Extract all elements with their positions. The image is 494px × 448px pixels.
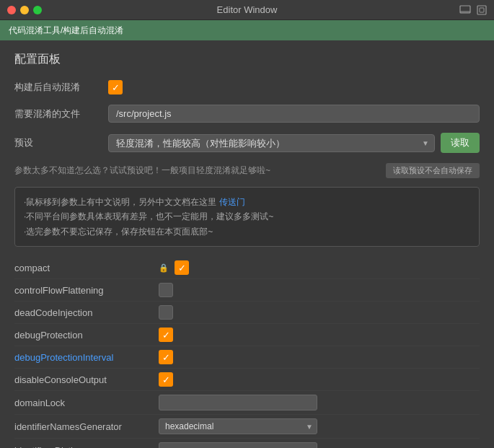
param-name-dpi: debugProtectionInterval bbox=[14, 352, 159, 363]
compact-checkbox[interactable]: ✓ bbox=[175, 260, 189, 275]
svg-rect-3 bbox=[480, 8, 484, 12]
info-line-1: ·鼠标移到参数上有中文说明，另外中文文档在这里 传送门 bbox=[24, 195, 470, 209]
dp-check-icon: ✓ bbox=[162, 330, 170, 340]
preset-row: 预设 轻度混淆，性能较高（对性能影响较小） 中度混淆 高度混淆 ▼ 读取 bbox=[14, 133, 480, 153]
preset-select[interactable]: 轻度混淆，性能较高（对性能影响较小） 中度混淆 高度混淆 bbox=[108, 134, 435, 152]
cff-checkbox[interactable] bbox=[159, 283, 173, 297]
dpi-checkbox[interactable]: ✓ bbox=[159, 350, 173, 364]
param-name-dl: domainLock bbox=[14, 398, 159, 408]
param-row-dci: deadCodeInjection bbox=[14, 302, 480, 324]
param-row-cff: controlFlowFlattening bbox=[14, 279, 480, 302]
param-row-dp: debugProtection ✓ bbox=[14, 324, 480, 346]
param-name-id: identifiersDictionary bbox=[14, 445, 159, 448]
auto-obfuscate-label: 构建后自动混淆 bbox=[14, 81, 108, 94]
close-button[interactable] bbox=[7, 6, 16, 14]
minimize-button[interactable] bbox=[20, 6, 29, 14]
param-control-dci bbox=[159, 305, 480, 320]
auto-obfuscate-control: ✓ bbox=[108, 80, 480, 95]
files-row: 需要混淆的文件 bbox=[14, 105, 480, 123]
ing-select[interactable]: hexadecimal mangled dictionary bbox=[159, 418, 317, 434]
param-control-ing: hexadecimal mangled dictionary ▼ bbox=[159, 418, 480, 434]
param-name-dp: debugProtection bbox=[14, 330, 159, 341]
ing-select-wrapper: hexadecimal mangled dictionary ▼ bbox=[159, 418, 317, 434]
breadcrumb: 代码混淆工具/构建后自动混淆 bbox=[9, 25, 123, 37]
svg-rect-1 bbox=[460, 11, 470, 13]
svg-rect-2 bbox=[477, 6, 486, 14]
dco-checkbox[interactable]: ✓ bbox=[159, 372, 173, 387]
maximize-button[interactable] bbox=[33, 6, 42, 14]
hint-row: 参数太多不知道怎么选？试试预设吧！一般项目轻度混淆就足够啦~ 读取预设不会自动保… bbox=[14, 163, 480, 178]
files-input[interactable] bbox=[108, 105, 480, 123]
info-line-3: ·选完参数不要忘记保存，保存按钮在本页面底部~ bbox=[24, 224, 470, 239]
window-title: Editor Window bbox=[217, 4, 278, 15]
dp-checkbox[interactable]: ✓ bbox=[159, 328, 173, 342]
param-control-compact: 🔒 ✓ bbox=[159, 260, 480, 275]
breadcrumb-bar: 代码混淆工具/构建后自动混淆 bbox=[0, 20, 494, 40]
preset-label: 预设 bbox=[14, 136, 108, 149]
info-line-2: ·不同平台间参数具体表现有差异，也不一定能用，建议多多测试~ bbox=[24, 209, 470, 224]
files-label: 需要混淆的文件 bbox=[14, 107, 108, 120]
hint-button[interactable]: 读取预设不会自动保存 bbox=[386, 163, 480, 178]
param-name-compact: compact bbox=[14, 263, 159, 273]
domain-lock-input[interactable] bbox=[159, 395, 317, 410]
files-control bbox=[108, 105, 480, 123]
param-control-dl bbox=[159, 395, 480, 410]
window-icon-2[interactable] bbox=[477, 5, 487, 15]
preset-select-wrapper: 轻度混淆，性能较高（对性能影响较小） 中度混淆 高度混淆 ▼ bbox=[108, 134, 435, 152]
param-row-compact: compact 🔒 ✓ bbox=[14, 257, 480, 279]
param-control-dp: ✓ bbox=[159, 328, 480, 342]
param-control-dpi: ✓ bbox=[159, 350, 480, 364]
dco-check-icon: ✓ bbox=[162, 375, 170, 385]
compact-check-icon: ✓ bbox=[178, 263, 186, 273]
main-content: 配置面板 构建后自动混淆 ✓ 需要混淆的文件 预设 轻度混淆，性能较高（对性能影… bbox=[0, 40, 494, 448]
param-name-dco: disableConsoleOutput bbox=[14, 374, 159, 385]
param-row-dco: disableConsoleOutput ✓ bbox=[14, 369, 480, 391]
titlebar: Editor Window bbox=[0, 0, 494, 20]
param-control-dco: ✓ bbox=[159, 372, 480, 387]
auto-obfuscate-row: 构建后自动混淆 ✓ bbox=[14, 80, 480, 95]
dci-checkbox[interactable] bbox=[159, 305, 173, 320]
section-title: 配置面板 bbox=[14, 52, 480, 67]
lock-icon-compact: 🔒 bbox=[159, 263, 169, 273]
window-icon-1[interactable] bbox=[459, 5, 471, 15]
hint-text: 参数太多不知道怎么选？试试预设吧！一般项目轻度混淆就足够啦~ bbox=[14, 164, 270, 177]
param-row-dpi: debugProtectionInterval ✓ bbox=[14, 346, 480, 369]
param-name-cff: controlFlowFlattening bbox=[14, 285, 159, 296]
dpi-check-icon: ✓ bbox=[162, 353, 170, 362]
param-row-ing: identifierNamesGenerator hexadecimal man… bbox=[14, 415, 480, 439]
preset-control: 轻度混淆，性能较高（对性能影响较小） 中度混淆 高度混淆 ▼ 读取 bbox=[108, 133, 480, 153]
param-name-ing: identifierNamesGenerator bbox=[14, 421, 159, 432]
params-section: compact 🔒 ✓ controlFlowFlattening deadCo… bbox=[14, 257, 480, 448]
auto-obfuscate-checkbox[interactable]: ✓ bbox=[108, 80, 123, 95]
docs-link[interactable]: 传送门 bbox=[219, 197, 245, 207]
traffic-lights bbox=[7, 6, 42, 14]
param-row-id: identifiersDictionary bbox=[14, 439, 480, 448]
titlebar-actions bbox=[459, 5, 487, 15]
param-control-id bbox=[159, 442, 480, 448]
read-preset-button[interactable]: 读取 bbox=[441, 133, 480, 153]
info-box: ·鼠标移到参数上有中文说明，另外中文文档在这里 传送门 ·不同平台间参数具体表现… bbox=[14, 187, 480, 247]
check-icon: ✓ bbox=[112, 83, 120, 92]
param-control-cff bbox=[159, 283, 480, 297]
param-name-dci: deadCodeInjection bbox=[14, 307, 159, 318]
identifiers-dictionary-input[interactable] bbox=[159, 442, 317, 448]
param-row-dl: domainLock bbox=[14, 391, 480, 415]
